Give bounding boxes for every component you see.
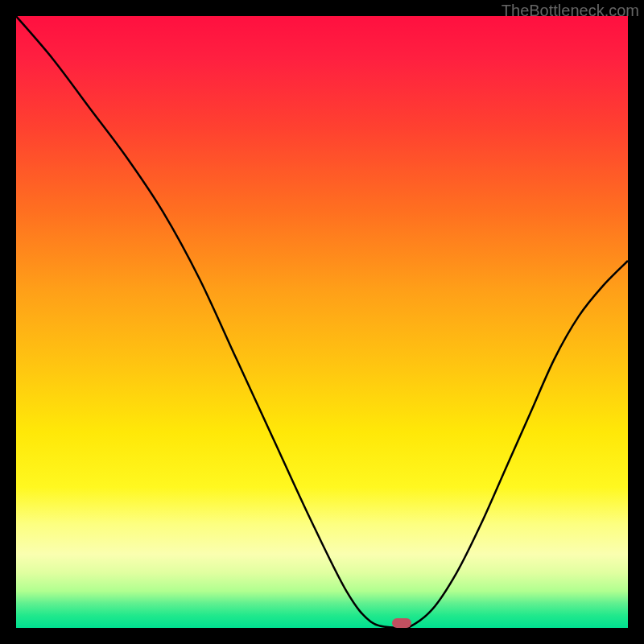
watermark-label: TheBottleneck.com [502, 2, 639, 20]
optimal-marker [392, 618, 411, 628]
plot-area [16, 16, 628, 628]
curve-svg [16, 16, 628, 628]
chart-container: TheBottleneck.com [0, 0, 644, 644]
bottleneck-curve-path [16, 16, 628, 628]
